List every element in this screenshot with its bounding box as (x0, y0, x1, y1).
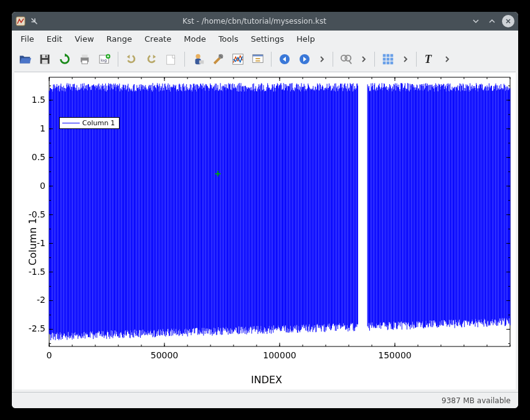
svg-point-24 (345, 55, 351, 61)
close-button[interactable] (502, 15, 514, 27)
back-button[interactable] (275, 50, 294, 69)
open-button[interactable] (16, 50, 34, 69)
svg-rect-28 (383, 58, 386, 61)
svg-rect-18 (253, 55, 263, 57)
toolbar-separator (333, 52, 333, 67)
app-window: Kst - /home/cbn/tutorial/mysession.kst F… (12, 12, 518, 408)
layout-button[interactable] (379, 50, 397, 69)
svg-rect-27 (390, 54, 394, 57)
pin-icon[interactable] (29, 16, 39, 26)
x-axis-label: INDEX (251, 374, 282, 386)
status-memory: 9387 MB available (442, 396, 511, 405)
svg-rect-31 (383, 62, 386, 65)
reload-button[interactable] (55, 50, 74, 69)
svg-rect-6 (82, 55, 87, 58)
svg-rect-30 (390, 58, 394, 61)
statusbar: 9387 MB available (12, 392, 518, 408)
svg-rect-2 (42, 55, 47, 59)
edit-plot-button[interactable] (229, 50, 247, 69)
svg-rect-3 (42, 60, 47, 64)
menu-mode[interactable]: Mode (177, 32, 212, 46)
y-tick-label: -0.5 (21, 209, 45, 219)
save-button[interactable] (35, 50, 54, 69)
titlebar: Kst - /home/cbn/tutorial/mysession.kst (12, 12, 518, 31)
svg-rect-20 (255, 60, 260, 62)
svg-rect-11 (167, 55, 175, 65)
menu-settings[interactable]: Settings (245, 32, 290, 46)
toolbar-separator (271, 52, 272, 67)
plot[interactable]: Column 1 INDEX -2.5-2-1.5-1-0.500.511.5 … (14, 72, 516, 389)
menu-help[interactable]: Help (290, 32, 321, 46)
undo-button[interactable] (122, 50, 141, 69)
legend[interactable]: Column 1 (59, 117, 120, 129)
tied-zoom-button[interactable] (337, 50, 356, 69)
toolbar-overflow-3[interactable] (399, 50, 412, 69)
y-tick-label: -1 (21, 238, 45, 248)
content-area: Column 1 INDEX -2.5-2-1.5-1-0.500.511.5 … (14, 72, 516, 389)
legend-line-icon (62, 123, 80, 123)
menu-edit[interactable]: Edit (40, 32, 69, 46)
text-tool-button[interactable]: T (420, 50, 439, 69)
edit-object-button[interactable] (209, 50, 227, 69)
menubar: File Edit View Range Create Mode Tools S… (12, 31, 518, 47)
legend-label: Column 1 (82, 119, 115, 127)
svg-text:log: log (101, 58, 107, 63)
new-tab-button[interactable] (162, 50, 181, 69)
toolbar-separator (184, 52, 185, 67)
menu-tools[interactable]: Tools (212, 32, 245, 46)
app-icon (16, 16, 26, 26)
toolbar-separator (374, 52, 375, 67)
toolbar: log (12, 47, 518, 72)
svg-rect-25 (383, 54, 386, 57)
window-title: Kst - /home/cbn/tutorial/mysession.kst (43, 17, 466, 26)
svg-rect-19 (255, 58, 260, 59)
y-tick-label: 1 (21, 123, 45, 133)
minimize-button[interactable] (470, 15, 482, 27)
toolbar-overflow-4[interactable] (440, 50, 454, 69)
dialog-button[interactable] (248, 50, 267, 69)
toolbar-overflow-2[interactable] (357, 50, 371, 69)
y-tick-label: -1.5 (21, 267, 45, 277)
y-tick-label: 0 (21, 181, 45, 191)
x-tick-label: 0 (31, 350, 68, 360)
menu-create[interactable]: Create (138, 32, 177, 46)
svg-rect-14 (199, 60, 204, 64)
x-tick-label: 100000 (261, 350, 298, 360)
y-tick-label: -2 (21, 295, 45, 305)
cursor-marker: + (214, 168, 222, 178)
toolbar-separator (416, 52, 417, 67)
svg-rect-26 (387, 54, 390, 57)
menu-range[interactable]: Range (100, 32, 138, 46)
print-button[interactable] (75, 50, 94, 69)
svg-rect-4 (45, 55, 47, 58)
menu-view[interactable]: View (69, 32, 100, 46)
toolbar-overflow-1[interactable] (315, 50, 329, 69)
maximize-button[interactable] (486, 15, 498, 27)
toolbar-separator (118, 52, 118, 67)
svg-text:T: T (425, 53, 432, 65)
log-button[interactable]: log (95, 50, 114, 69)
data-manager-button[interactable] (189, 50, 207, 69)
svg-rect-32 (387, 62, 390, 65)
svg-rect-33 (390, 62, 394, 65)
y-tick-label: 1.5 (21, 95, 45, 105)
y-tick-label: 0.5 (21, 152, 45, 162)
x-tick-label: 150000 (376, 350, 414, 360)
svg-rect-29 (387, 58, 390, 61)
menu-file[interactable]: File (14, 32, 40, 46)
forward-button[interactable] (295, 50, 314, 69)
y-tick-label: -2.5 (21, 323, 45, 333)
x-tick-label: 50000 (146, 350, 183, 360)
svg-rect-7 (82, 60, 87, 64)
svg-point-12 (196, 54, 200, 59)
redo-button[interactable] (142, 50, 161, 69)
